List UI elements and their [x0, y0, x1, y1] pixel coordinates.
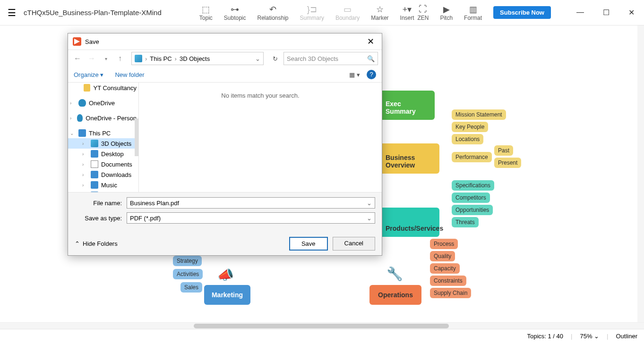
node-operations[interactable]: Operations [369, 285, 421, 305]
topic-icon: ⬚ [202, 4, 210, 15]
node-process[interactable]: Process [430, 239, 458, 249]
document-title: cTHQx5Ue_Business-Plan-Template-XMind [24, 8, 162, 17]
file-name-dropdown[interactable]: ⌄ [367, 200, 372, 207]
tree-item-onedrive-personal[interactable]: ›OneDrive - Person [68, 113, 138, 123]
pitch-icon: ▶ [443, 4, 450, 15]
dialog-footer: ⌃Hide Folders Save Cancel [68, 232, 382, 255]
node-performance[interactable]: Performance [452, 152, 492, 162]
organize-button[interactable]: Organize ▾ [74, 71, 103, 78]
breadcrumb-dropdown[interactable]: ⌄ [255, 55, 260, 62]
summary-button: }⊐Summary [300, 4, 324, 21]
chevron-up-icon: ⌃ [75, 240, 80, 247]
node-products-services[interactable]: Products/Services [378, 208, 439, 237]
node-quality[interactable]: Quality [430, 251, 455, 261]
tree-item-desktop[interactable]: ›Desktop [68, 149, 138, 159]
dialog-nav: ← → ▾ ↑ › This PC › 3D Objects ⌄ ↻ Searc… [68, 50, 382, 67]
insert-button[interactable]: +▾Insert [400, 4, 414, 21]
view-button[interactable]: ▦ ▾ [349, 71, 360, 78]
topics-count: Topics: 1 / 40 [527, 333, 563, 340]
refresh-button[interactable]: ↻ [269, 55, 281, 62]
node-opportunities[interactable]: Opportunities [452, 205, 493, 215]
node-supply-chain[interactable]: Supply Chain [430, 288, 471, 298]
recent-dropdown[interactable]: ▾ [100, 53, 112, 64]
pitch-button[interactable]: ▶Pitch [440, 4, 453, 21]
node-threats[interactable]: Threats [452, 217, 479, 227]
file-name-input[interactable]: ⌄ [127, 197, 375, 209]
node-specifications[interactable]: Specifications [452, 180, 494, 191]
marker-icon: ☆ [376, 4, 384, 15]
boundary-button: ▭Boundary [335, 4, 360, 21]
tree-item-3d-objects[interactable]: ›3D Objects [68, 138, 138, 149]
dialog-title: Save [85, 38, 99, 45]
node-competitors[interactable]: Competitors [452, 192, 490, 203]
insert-icon: +▾ [403, 4, 412, 15]
tree-item-pictures[interactable]: ›Pictures [68, 190, 138, 192]
tree-item-documents[interactable]: ›Documents [68, 159, 138, 169]
zen-icon: ⛶ [419, 4, 427, 15]
relationship-icon: ↶ [269, 4, 276, 15]
new-folder-button[interactable]: New folder [115, 71, 144, 78]
subscribe-button[interactable]: Subscribe Now [493, 6, 551, 19]
save-dialog: Save ✕ ← → ▾ ↑ › This PC › 3D Objects ⌄ … [68, 33, 382, 256]
node-strategy[interactable]: Strategy [173, 256, 202, 266]
toolbar: ⬚Topic ⊶Subtopic ↶Relationship }⊐Summary… [199, 4, 414, 21]
dialog-close-button[interactable]: ✕ [364, 36, 377, 47]
folder-tree[interactable]: YT Consultancy ›OneDrive ›OneDrive - Per… [68, 83, 139, 192]
dialog-toolbar: Organize ▾ New folder ▦ ▾ ? [68, 67, 382, 83]
window-controls: — ☐ ✕ [572, 6, 639, 19]
vertical-scrollbar[interactable] [637, 25, 644, 322]
node-business-overview[interactable]: Business Overview [378, 143, 439, 174]
save-button[interactable]: Save [289, 237, 328, 251]
node-capacity[interactable]: Capacity [430, 263, 460, 274]
zen-button[interactable]: ⛶ZEN [417, 4, 429, 21]
zoom-level[interactable]: 75% ⌄ [580, 333, 599, 340]
marker-button[interactable]: ☆Marker [371, 4, 388, 21]
forward-button[interactable]: → [86, 53, 97, 64]
node-locations[interactable]: Locations [452, 134, 483, 144]
node-sales[interactable]: Sales [180, 282, 202, 293]
node-present[interactable]: Present [494, 158, 521, 168]
topic-button[interactable]: ⬚Topic [199, 4, 213, 21]
maximize-button[interactable]: ☐ [598, 6, 614, 19]
subtopic-button[interactable]: ⊶Subtopic [224, 4, 246, 21]
tree-item-onedrive[interactable]: ›OneDrive [68, 98, 138, 108]
titlebar: ☰ cTHQx5Ue_Business-Plan-Template-XMind … [0, 0, 644, 25]
tree-item-thispc[interactable]: ⌄This PC [68, 128, 138, 138]
back-button[interactable]: ← [72, 53, 83, 64]
outliner-button[interactable]: Outliner [616, 333, 637, 340]
format-icon: ▥ [469, 4, 477, 15]
node-constraints[interactable]: Constraints [430, 276, 466, 286]
file-name-label: File name: [75, 200, 122, 207]
help-button[interactable]: ? [367, 70, 376, 79]
file-list[interactable]: No items match your search. [139, 83, 382, 192]
save-type-label: Save as type: [75, 215, 122, 222]
format-button[interactable]: ▥Format [464, 4, 482, 21]
dialog-titlebar: Save ✕ [68, 33, 382, 50]
search-input[interactable]: Search 3D Objects 🔍 [283, 52, 378, 65]
node-exec-summary[interactable]: Exec Summary [378, 91, 435, 120]
up-button[interactable]: ↑ [114, 53, 126, 64]
summary-icon: }⊐ [307, 4, 317, 15]
node-mission[interactable]: Mission Statement [452, 109, 506, 120]
horizontal-scrollbar[interactable] [0, 322, 644, 329]
menu-icon[interactable]: ☰ [5, 7, 19, 18]
close-button[interactable]: ✕ [624, 6, 639, 19]
tree-item-music[interactable]: ›Music [68, 180, 138, 190]
tree-item-yt[interactable]: YT Consultancy [68, 83, 138, 93]
breadcrumb[interactable]: › This PC › 3D Objects ⌄ [131, 52, 264, 65]
save-type-select[interactable]: PDF (*.pdf)⌄ [127, 212, 375, 224]
node-key-people[interactable]: Key People [452, 122, 488, 132]
tree-item-downloads[interactable]: ›Downloads [68, 169, 138, 180]
subtopic-icon: ⊶ [231, 4, 239, 15]
node-activities[interactable]: Activities [173, 269, 203, 279]
node-past[interactable]: Past [494, 145, 513, 156]
minimize-button[interactable]: — [572, 6, 589, 19]
cancel-button[interactable]: Cancel [333, 237, 375, 251]
hide-folders-button[interactable]: ⌃Hide Folders [75, 240, 118, 247]
drive-icon [135, 55, 142, 62]
app-logo-icon [73, 37, 81, 46]
relationship-button[interactable]: ↶Relationship [258, 4, 289, 21]
scroll-thumb[interactable] [194, 324, 449, 328]
node-marketing[interactable]: Marketing [204, 285, 250, 305]
save-type-dropdown[interactable]: ⌄ [367, 215, 372, 222]
